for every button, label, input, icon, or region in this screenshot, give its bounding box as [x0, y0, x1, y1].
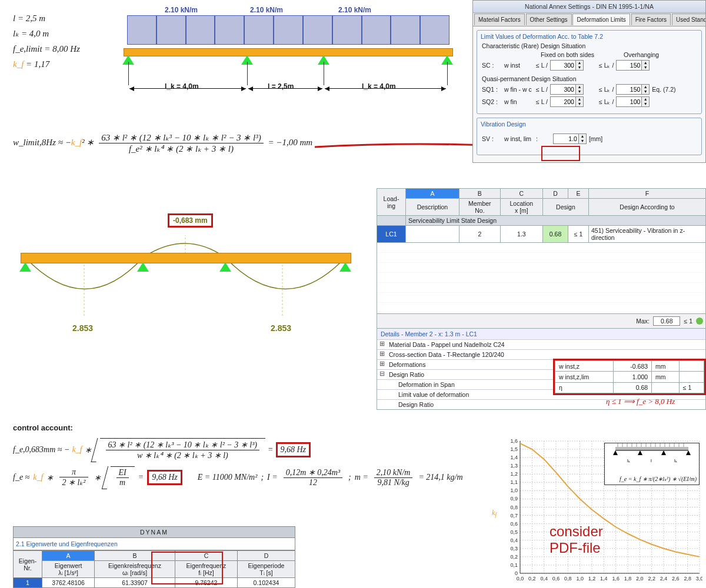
col-letter[interactable]: B [459, 189, 500, 199]
max-value: 0.68 [653, 316, 680, 326]
tree-row[interactable]: ⊞Material Data - Pappel und Nadelholz C2… [377, 339, 705, 349]
dynam-subtitle: 2.1 Eigenwerte und Eigenfrequenzen [13, 538, 295, 550]
col-location: Location x [m] [500, 199, 542, 216]
param-lk: lₖ = 4,0 m [13, 26, 80, 41]
col-fixed-label: Fixed on both sides [541, 51, 594, 58]
cell-design-val: 0.68 [542, 226, 568, 243]
colon: : [536, 135, 538, 142]
dimension-lk1: l_k = 4,0m [165, 82, 199, 91]
dialog-title: National Annex Settings - DIN EN 1995-1-… [473, 1, 705, 13]
row-header [377, 216, 406, 226]
dynam-title: DYNAM [13, 526, 295, 538]
w-inst-lim-label: w inst, lim [504, 135, 534, 142]
dimension-l: l = 2,5m [268, 82, 294, 91]
col-overhang-label: Overhanging [624, 51, 659, 58]
svg-text:0,5: 0,5 [510, 529, 518, 535]
support-icon [137, 262, 149, 272]
group-title: Vibration Design [481, 121, 697, 128]
table-row[interactable]: LC1 2 1.3 0.68 ≤ 1 451) Serviceability -… [377, 226, 706, 243]
sq1-fixed-input[interactable]: ▲▼ [550, 84, 584, 95]
tab-bar: Material Factors Other Settings Deformat… [473, 13, 705, 26]
col-letter[interactable]: E [568, 189, 589, 199]
tab-other-settings[interactable]: Other Settings [526, 14, 572, 25]
situation-label: Quasi-permanent Design Situation [482, 75, 697, 82]
tab-material-factors[interactable]: Material Factors [474, 14, 525, 25]
svg-text:1,5: 1,5 [510, 446, 518, 452]
col-letter[interactable]: C [500, 189, 542, 199]
formula-fe-analytic: f_e ≈ k_f ∗ π2 ∗ lₖ² ∗ EIm =9,68 Hz E = … [13, 466, 463, 489]
svg-marker-77 [686, 450, 691, 455]
sv-unit: [mm] [589, 135, 602, 142]
limit-label: ≤ Lₖ / [599, 62, 614, 69]
sc-ovh-input[interactable]: ▲▼ [616, 60, 650, 71]
group-title: Limit Values of Deformation Acc. to Tabl… [481, 33, 697, 40]
svg-text:0,8: 0,8 [510, 505, 518, 510]
row-sq2-label: SQ2 : [482, 98, 502, 105]
load-label-1: 2.10 kN/m [165, 6, 198, 14]
dimension-lk2: l_k = 4,0m [362, 82, 396, 91]
svg-text:1,2: 1,2 [510, 471, 518, 477]
E-value: E = 11000 MN/m² [198, 473, 258, 482]
sc-fixed-input[interactable]: ▲▼ [550, 60, 584, 71]
svg-text:0,4: 0,4 [540, 576, 548, 582]
w-inst-label: w inst [504, 62, 534, 69]
eq-ref: Eq. (7.2) [652, 86, 675, 93]
ratio-table: w inst,z-0.683mm w inst,z,lim1.000mm η0.… [555, 360, 704, 393]
beam [21, 253, 351, 263]
svg-text:2,0: 2,0 [636, 576, 644, 582]
col-letter[interactable]: F [589, 189, 706, 199]
svg-marker-74 [613, 450, 618, 455]
kf-chart: 00,10,20,30,40,50,60,70,80,91,01,11,21,3… [502, 438, 702, 585]
situation-label: Characteristic (Rare) Design Situation [482, 42, 697, 49]
svg-marker-75 [638, 450, 642, 455]
limit-label: ≤ L / [536, 98, 548, 105]
svg-text:0,9: 0,9 [510, 496, 518, 502]
status-ok-icon [696, 318, 703, 325]
beam [124, 48, 453, 56]
sq2-ovh-input[interactable]: ▲▼ [616, 96, 650, 107]
svg-text:1,6: 1,6 [612, 576, 620, 582]
svg-text:1,4: 1,4 [600, 576, 608, 582]
sq1-ovh-input[interactable]: ▲▼ [616, 84, 650, 95]
tree-row[interactable]: ⊞Cross-section Data - T-Rectangle 120/24… [377, 349, 705, 359]
control-account: f_e,0,683mm ≈ −k_f ∗ 63 ∗ l² ∗ (12 ∗ lₖ³… [13, 438, 463, 489]
chart-inset: lₖllₖ f_e = k_f ∗ π/(2∗lₖ²) ∗ √(EI/m) [604, 443, 700, 485]
svg-text:3,0: 3,0 [696, 576, 702, 582]
tab-fire-factors[interactable]: Fire Factors [631, 14, 671, 25]
w-fin-label: w fin [504, 98, 534, 105]
deflection-value: 2.853 [72, 323, 93, 333]
sq2-fixed-input[interactable]: ▲▼ [550, 96, 584, 107]
y-axis-label: kf [492, 509, 497, 518]
param-kf: k_f = 1,17 [13, 56, 80, 72]
svg-text:1,1: 1,1 [510, 479, 518, 485]
parameter-list: l = 2,5 m lₖ = 4,0 m f_e,limit = 8,00 Hz… [13, 11, 80, 72]
ratio-highlight: w inst,z-0.683mm w inst,z,lim1.000mm η0.… [553, 359, 706, 395]
cell-design-le: ≤ 1 [568, 226, 589, 243]
col-letter[interactable]: D [542, 189, 568, 199]
support-icon [219, 262, 231, 272]
col-letter[interactable]: A [406, 189, 459, 199]
svg-text:1,2: 1,2 [588, 576, 596, 582]
svg-text:1,8: 1,8 [624, 576, 632, 582]
sv-input[interactable]: ▲▼ [553, 133, 587, 144]
col-eigenwert: Eigenwert λᵢ [1/s²] [42, 561, 95, 578]
max-row: Max: 0.68 ≤ 1 [377, 314, 706, 329]
deflection-value: 2.853 [271, 323, 291, 333]
tab-used-standards[interactable]: Used Standards [672, 14, 705, 25]
tab-deformation-limits[interactable]: Deformation Limits [572, 14, 630, 25]
col-letter[interactable]: D [237, 551, 295, 561]
col-letter[interactable]: A [42, 551, 95, 561]
control-account-label: control account: [13, 423, 73, 432]
support-icon [339, 262, 351, 272]
cell-member: 2 [459, 226, 500, 243]
svg-text:0,2: 0,2 [510, 554, 518, 560]
group-deformation-limits: Limit Values of Deformation Acc. to Tabl… [477, 30, 702, 114]
load-diagram: 2.10 kN/m 2.10 kN/m 2.10 kN/m l_k = 4,0m… [124, 6, 453, 109]
row-sc-label: SC : [482, 62, 502, 69]
limit-label: ≤ Lₖ / [599, 86, 614, 93]
svg-text:lₖ: lₖ [674, 458, 677, 463]
details-title: Details - Member 2 - x: 1.3 m - LC1 [377, 329, 705, 339]
deflection-curve [21, 209, 350, 332]
settings-dialog: National Annex Settings - DIN EN 1995-1-… [472, 0, 706, 163]
svg-text:2,8: 2,8 [684, 576, 691, 582]
